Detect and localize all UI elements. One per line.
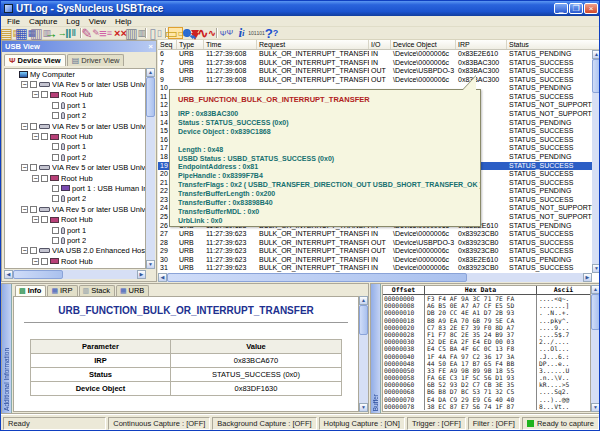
checkbox[interactable] <box>41 216 48 223</box>
scroll-down-icon[interactable]: ▼ <box>592 264 600 273</box>
detail-vertical-scrollbar[interactable]: ▲ ▼ <box>359 296 368 412</box>
tree-item[interactable]: VIA Rev 5 or later USB Universal Host C <box>5 121 145 131</box>
table-vertical-scrollbar[interactable]: ▲ ▼ <box>592 50 600 273</box>
table-row[interactable]: 8 URB 11:27:39:608 BULK_OR_INTERRUPT_TRA… <box>158 67 592 76</box>
close-button[interactable]: × <box>584 3 598 14</box>
checkbox[interactable] <box>30 81 37 88</box>
column-header-seq[interactable]: Seq <box>158 40 177 49</box>
tree-item[interactable]: VIA Rev 5 or later USB Universal Host C <box>5 204 145 214</box>
detail-tab[interactable]: Info <box>15 285 46 296</box>
info-icon[interactable] <box>234 27 249 39</box>
table-row[interactable]: 9 URB 11:27:39:608 BULK_OR_INTERRUPT_TRA… <box>158 76 592 85</box>
expander-icon[interactable] <box>21 81 28 88</box>
tree-item[interactable]: VIA USB 2.0 Enhanced Host Controller <box>5 246 145 256</box>
detail-tab[interactable]: URB <box>116 285 149 296</box>
tree-item[interactable]: port 1 : USB Human Interface D <box>5 183 145 193</box>
tree-item[interactable]: VIA Rev 5 or later USB Universal Host C <box>5 79 145 89</box>
pause-capture-icon[interactable] <box>63 27 78 39</box>
checkbox[interactable] <box>41 133 48 140</box>
column-header-request[interactable]: Request <box>257 40 369 49</box>
tree-item[interactable]: port 2 <box>5 194 145 204</box>
edit-icon[interactable] <box>83 27 98 39</box>
additional-info-side-tab[interactable]: Additional Information <box>2 284 12 413</box>
trigger-icon[interactable] <box>199 27 214 39</box>
table-row[interactable]: 7 URB 11:27:39:608 BULK_OR_INTERRUPT_TRA… <box>158 59 592 68</box>
expander-icon[interactable] <box>32 258 39 265</box>
tree-item[interactable]: Root Hub <box>5 173 145 183</box>
tree-horizontal-scrollbar[interactable]: ◀ ▶ <box>4 270 146 279</box>
table-row[interactable]: 28 URB 11:27:39:623 BULK_OR_INTERRUPT_TR… <box>158 239 592 248</box>
tree-item[interactable]: Root Hub <box>5 214 145 224</box>
checkbox[interactable] <box>41 258 48 265</box>
maximize-button[interactable]: ❐ <box>569 3 583 14</box>
checkbox[interactable] <box>52 195 59 202</box>
devices-icon[interactable] <box>219 27 234 39</box>
expander-icon[interactable] <box>32 133 39 140</box>
view-tab[interactable]: Device View <box>4 54 66 66</box>
find-icon[interactable] <box>183 29 191 37</box>
menu-item[interactable]: Log <box>62 17 83 26</box>
tree-item[interactable]: port 1 <box>5 266 145 269</box>
tree-item[interactable]: Root Hub <box>5 90 145 100</box>
scroll-up-icon[interactable]: ▲ <box>359 296 368 305</box>
expander-icon[interactable] <box>21 164 28 171</box>
menu-item[interactable]: View <box>85 17 110 26</box>
buffer-side-tab[interactable]: Buffer <box>371 284 381 413</box>
checkbox[interactable] <box>52 268 59 269</box>
tree-vertical-scrollbar[interactable]: ▲ ▼ <box>146 68 155 269</box>
minimize-button[interactable]: _ <box>554 3 568 14</box>
tree-item[interactable]: port 2 <box>5 235 145 245</box>
scroll-up-icon[interactable]: ▲ <box>592 50 600 59</box>
panel-close-icon[interactable]: × <box>148 43 153 51</box>
expander-icon[interactable] <box>32 216 39 223</box>
tree-item[interactable]: My Computer <box>5 69 145 79</box>
scroll-down-icon[interactable]: ▼ <box>591 403 600 412</box>
detail-tab[interactable]: IRP <box>47 285 77 296</box>
tree-item[interactable]: port 2 <box>5 111 145 121</box>
table-row[interactable]: 6 URB 11:27:39:608 BULK_OR_INTERRUPT_TRA… <box>158 50 592 59</box>
start-capture-icon[interactable] <box>48 27 63 39</box>
scroll-left-icon[interactable]: ◀ <box>4 270 13 279</box>
tree-item[interactable]: Root Hub <box>5 256 145 266</box>
expander-icon[interactable] <box>21 123 28 130</box>
checkbox[interactable] <box>52 185 59 192</box>
expander-icon[interactable] <box>21 206 28 213</box>
checkbox[interactable] <box>41 175 48 182</box>
scroll-down-icon[interactable]: ▼ <box>359 403 368 412</box>
table-row[interactable]: 30 URB 11:27:39:623 BULK_OR_INTERRUPT_TR… <box>158 256 592 265</box>
view-report-icon[interactable] <box>148 27 163 39</box>
expander-icon[interactable] <box>32 91 39 98</box>
tooltip-icon[interactable] <box>168 27 183 39</box>
checkbox[interactable] <box>41 91 48 98</box>
table-horizontal-scrollbar[interactable]: ◀ ▶ <box>158 273 592 282</box>
checkbox[interactable] <box>52 112 59 119</box>
checkbox[interactable] <box>52 154 59 161</box>
binary-icon[interactable] <box>249 27 264 39</box>
view-tab[interactable]: Driver View <box>67 54 125 66</box>
checkbox[interactable] <box>52 102 59 109</box>
checkbox[interactable] <box>52 237 59 244</box>
tree-item[interactable]: VIA Rev 5 or later USB Universal Host C <box>5 163 145 173</box>
checkbox[interactable] <box>52 227 59 234</box>
column-header-time[interactable]: Time <box>204 40 257 49</box>
scroll-down-icon[interactable]: ▼ <box>146 260 155 269</box>
checkbox[interactable] <box>30 123 37 130</box>
menu-item[interactable]: Capture <box>25 17 61 26</box>
help-icon[interactable] <box>264 27 279 39</box>
detail-tab[interactable]: Stack <box>79 285 115 296</box>
table-row[interactable]: 29 URB 11:27:39:623 BULK_OR_INTERRUPT_TR… <box>158 247 592 256</box>
scroll-right-icon[interactable]: ▶ <box>583 273 592 282</box>
checkbox[interactable] <box>30 206 37 213</box>
buffer-vertical-scrollbar[interactable]: ▲ ▼ <box>591 285 600 412</box>
column-header-device[interactable]: Device Object <box>391 40 456 49</box>
scroll-left-icon[interactable]: ◀ <box>158 273 167 282</box>
expander-icon[interactable] <box>21 247 28 254</box>
column-header-type[interactable]: Type <box>177 40 204 49</box>
print-icon[interactable] <box>128 27 143 39</box>
tree-item[interactable]: port 2 <box>5 152 145 162</box>
checkbox[interactable] <box>30 164 37 171</box>
checkbox[interactable] <box>52 143 59 150</box>
menu-item[interactable]: Help <box>111 17 135 26</box>
column-header-io[interactable]: I/O <box>369 40 391 49</box>
column-header-status[interactable]: Status <box>507 40 600 49</box>
